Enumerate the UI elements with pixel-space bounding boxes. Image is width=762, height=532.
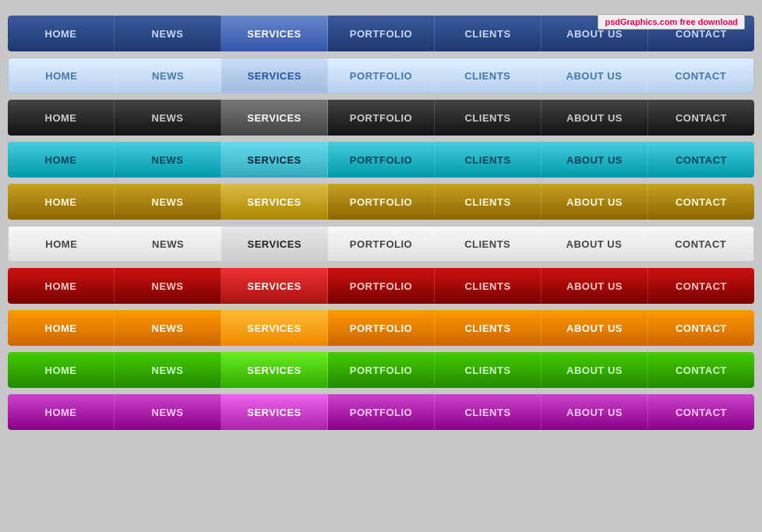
navbar-1: HOME NEWS SERVICES PORTFOLIO CLIENTS ABO… [8,16,754,51]
nav-news[interactable]: NEWS [115,394,221,430]
nav-news[interactable]: NEWS [115,268,221,304]
navbar-8: HOME NEWS SERVICES PORTFOLIO CLIENTS ABO… [8,310,754,346]
nav-contact[interactable]: CONTACT [648,268,754,304]
nav-portfolio[interactable]: PORTFOLIO [328,100,435,136]
nav-news[interactable]: NEWS [115,227,222,261]
nav-home[interactable]: HOME [8,142,115,178]
nav-contact[interactable]: CONTACT [648,310,754,346]
nav-bar-teal: HOME NEWS SERVICES PORTFOLIO CLIENTS ABO… [8,142,754,178]
nav-contact[interactable]: CONTACT [648,100,754,136]
nav-about[interactable]: ABOUT US [542,100,648,136]
nav-contact[interactable]: CONTACT [647,227,753,261]
nav-services[interactable]: SERVICES [221,268,328,304]
nav-home[interactable]: HOME [9,227,115,261]
nav-home[interactable]: HOME [9,58,115,93]
nav-portfolio[interactable]: PORTFOLIO [328,352,435,388]
nav-home[interactable]: HOME [8,268,115,304]
nav-clients[interactable]: CLIENTS [435,184,542,220]
page-wrapper: psdGraphics.com free download HOME NEWS … [8,8,754,532]
nav-bar-green: HOME NEWS SERVICES PORTFOLIO CLIENTS ABO… [8,352,754,388]
nav-portfolio[interactable]: PORTFOLIO [328,268,435,304]
nav-clients[interactable]: CLIENTS [435,268,542,304]
nav-clients[interactable]: CLIENTS [435,352,542,388]
nav-clients[interactable]: CLIENTS [435,394,542,430]
nav-bar-gold: HOME NEWS SERVICES PORTFOLIO CLIENTS ABO… [8,184,754,220]
nav-portfolio[interactable]: PORTFOLIO [328,310,435,346]
nav-about[interactable]: ABOUT US [542,310,648,346]
navbar-5: HOME NEWS SERVICES PORTFOLIO CLIENTS ABO… [8,184,754,220]
nav-home[interactable]: HOME [8,394,115,430]
nav-about[interactable]: ABOUT US [542,394,648,430]
nav-services[interactable]: SERVICES [221,16,328,51]
nav-bar-blue: HOME NEWS SERVICES PORTFOLIO CLIENTS ABO… [8,16,754,51]
nav-contact[interactable]: CONTACT [648,394,754,430]
nav-services[interactable]: SERVICES [221,227,328,261]
nav-bar-purple: HOME NEWS SERVICES PORTFOLIO CLIENTS ABO… [8,394,754,430]
nav-contact[interactable]: CONTACT [648,142,754,178]
nav-contact[interactable]: CONTACT [648,352,754,388]
navbar-6: HOME NEWS SERVICES PORTFOLIO CLIENTS ABO… [8,226,754,262]
nav-services[interactable]: SERVICES [221,142,328,178]
nav-clients[interactable]: CLIENTS [435,58,542,93]
nav-services[interactable]: SERVICES [221,58,328,93]
nav-services[interactable]: SERVICES [221,184,328,220]
nav-home[interactable]: HOME [8,352,115,388]
nav-bar-white: HOME NEWS SERVICES PORTFOLIO CLIENTS ABO… [8,226,754,262]
nav-clients[interactable]: CLIENTS [435,310,542,346]
nav-about[interactable]: ABOUT US [542,58,648,93]
nav-portfolio[interactable]: PORTFOLIO [328,184,435,220]
nav-clients[interactable]: CLIENTS [435,142,542,178]
nav-about[interactable]: ABOUT US [542,227,648,261]
nav-news[interactable]: NEWS [115,352,221,388]
nav-about[interactable]: ABOUT US [542,184,648,220]
nav-contact[interactable]: CONTACT [648,184,754,220]
nav-about[interactable]: ABOUT US [542,142,648,178]
nav-about[interactable]: ABOUT US [542,352,648,388]
nav-services[interactable]: SERVICES [221,100,328,136]
nav-portfolio[interactable]: PORTFOLIO [328,16,435,51]
nav-contact[interactable]: CONTACT [648,16,754,51]
navbar-4: HOME NEWS SERVICES PORTFOLIO CLIENTS ABO… [8,142,754,178]
navbar-7: HOME NEWS SERVICES PORTFOLIO CLIENTS ABO… [8,268,754,304]
nav-portfolio[interactable]: PORTFOLIO [328,142,435,178]
nav-home[interactable]: HOME [8,184,115,220]
nav-news[interactable]: NEWS [115,184,221,220]
nav-bar-light-blue: HOME NEWS SERVICES PORTFOLIO CLIENTS ABO… [8,58,754,93]
nav-clients[interactable]: CLIENTS [435,227,542,261]
nav-news[interactable]: NEWS [115,142,221,178]
nav-bar-black: HOME NEWS SERVICES PORTFOLIO CLIENTS ABO… [8,100,754,136]
navbar-9: HOME NEWS SERVICES PORTFOLIO CLIENTS ABO… [8,352,754,388]
nav-about[interactable]: ABOUT US [542,268,648,304]
nav-bar-red: HOME NEWS SERVICES PORTFOLIO CLIENTS ABO… [8,268,754,304]
nav-services[interactable]: SERVICES [221,310,328,346]
nav-contact[interactable]: CONTACT [647,58,753,93]
nav-clients[interactable]: CLIENTS [435,16,542,51]
nav-services[interactable]: SERVICES [221,352,328,388]
nav-portfolio[interactable]: PORTFOLIO [328,58,435,93]
nav-portfolio[interactable]: PORTFOLIO [328,394,435,430]
nav-news[interactable]: NEWS [115,16,221,51]
navbar-2: HOME NEWS SERVICES PORTFOLIO CLIENTS ABO… [8,58,754,93]
nav-news[interactable]: NEWS [115,58,222,93]
nav-clients[interactable]: CLIENTS [435,100,542,136]
nav-bar-orange: HOME NEWS SERVICES PORTFOLIO CLIENTS ABO… [8,310,754,346]
navbar-3: HOME NEWS SERVICES PORTFOLIO CLIENTS ABO… [8,100,754,136]
navbar-10: HOME NEWS SERVICES PORTFOLIO CLIENTS ABO… [8,394,754,430]
nav-services[interactable]: SERVICES [221,394,328,430]
nav-home[interactable]: HOME [8,16,115,51]
nav-about[interactable]: ABOUT US [542,16,648,51]
nav-news[interactable]: NEWS [115,100,221,136]
nav-portfolio[interactable]: PORTFOLIO [328,227,435,261]
nav-home[interactable]: HOME [8,100,115,136]
nav-home[interactable]: HOME [8,310,115,346]
nav-news[interactable]: NEWS [115,310,221,346]
